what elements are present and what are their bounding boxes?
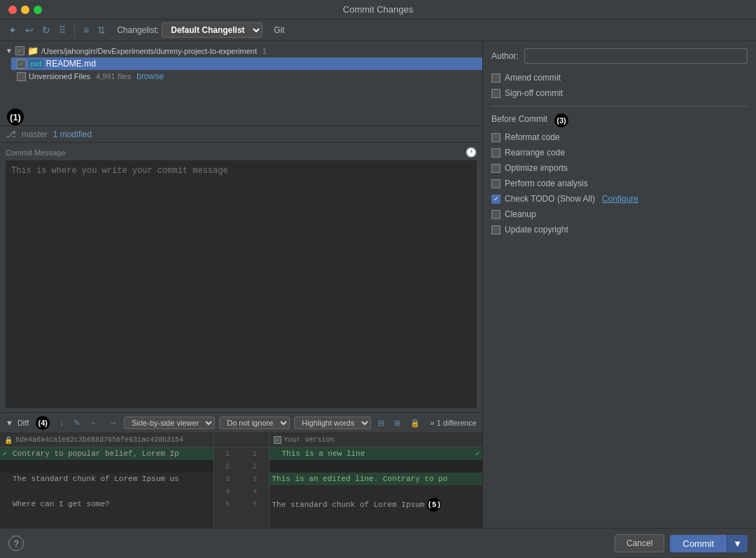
vcs-icon[interactable]: ⠿ xyxy=(56,23,69,37)
diff-collapse-icon[interactable]: ▼ xyxy=(6,419,13,427)
diff-left-line-5: Where can I get some? xyxy=(0,498,214,510)
diff-right-line-5: The standard chunk of Lorem Ipsum (5) xyxy=(270,498,483,512)
history-icon[interactable]: 🕐 xyxy=(465,147,477,158)
gutter-row-4: 4 4 xyxy=(214,485,269,498)
gutter-left-4: 4 xyxy=(220,488,235,496)
diff-right-line-3: This is an edited line. Contrary to po xyxy=(270,473,483,485)
main-content: ▼ ✓ 📁 /Users/jahongirr/DevExperiments/du… xyxy=(0,41,756,528)
diff-left-icon[interactable]: ← xyxy=(88,417,102,429)
collapse-icon[interactable]: ⇅ xyxy=(94,23,108,37)
diff-down-icon[interactable]: ↓ xyxy=(57,417,66,429)
cleanup-row: Cleanup xyxy=(491,209,748,220)
gutter-right-1: 1 xyxy=(247,450,262,458)
update-copyright-checkbox[interactable] xyxy=(491,225,500,235)
right-checkbox[interactable]: ✓ xyxy=(274,436,281,444)
diff-content: 🔒 6de4a6a4ca1e82c3b688d7656fe931ac420b31… xyxy=(0,433,482,528)
unversioned-label: Unversioned Files xyxy=(29,72,90,81)
commit-message-section: Commit Message 🕐 xyxy=(0,143,482,412)
readme-row[interactable]: ✓ md README.md xyxy=(11,57,482,70)
diff-right-icon[interactable]: → xyxy=(106,417,120,429)
browse-link[interactable]: browse xyxy=(136,71,164,81)
md-icon: md xyxy=(29,60,43,68)
diff-right-side: ✓ Your version This is a new line ✓ This… xyxy=(270,433,483,528)
gutter-right-3: 3 xyxy=(247,475,262,483)
diff-settings-icon[interactable]: ⊟ xyxy=(375,417,387,429)
diff-left-line-3: The standard chunk of Lorem Ipsum us xyxy=(0,473,214,485)
ignore-select[interactable]: Do not ignore xyxy=(219,417,290,429)
diff-lock-icon[interactable]: 🔒 xyxy=(407,417,423,429)
annotation-badge-5: (5) xyxy=(427,498,441,512)
update-copyright-label: Update copyright xyxy=(505,225,568,235)
commit-message-header: Commit Message 🕐 xyxy=(6,147,477,158)
commit-button[interactable]: Commit xyxy=(670,535,727,552)
reformat-checkbox[interactable] xyxy=(491,133,500,142)
root-tree-row[interactable]: ▼ ✓ 📁 /Users/jahongirr/DevExperiments/du… xyxy=(0,44,482,57)
diff-right-text-1: This is a new line xyxy=(282,449,365,458)
optimize-checkbox[interactable] xyxy=(491,164,500,173)
check-todo-label: Check TODO (Show All) xyxy=(505,194,595,204)
root-checkbox[interactable]: ✓ xyxy=(15,46,24,55)
close-button[interactable] xyxy=(8,6,17,14)
diff-left-text-3: The standard chunk of Lorem Ipsum us xyxy=(13,475,179,483)
check-todo-row: ✓ Check TODO (Show All) Configure xyxy=(491,193,748,204)
optimize-label: Optimize imports xyxy=(505,163,568,173)
annotation-badge-3: (3) xyxy=(554,113,568,127)
author-input[interactable] xyxy=(524,48,748,64)
gutter-left-1: 1 xyxy=(220,450,235,458)
diff-right-filename: Your version xyxy=(284,436,335,444)
git-label: Git xyxy=(274,25,284,35)
diff-mid-gutter: 1 1 2 2 3 3 4 4 xyxy=(214,433,270,528)
diff-right-line-1: This is a new line ✓ xyxy=(270,447,483,460)
cleanup-checkbox[interactable] xyxy=(491,210,500,219)
pin-icon[interactable]: ✦ xyxy=(6,23,20,37)
window-title: Commit Changes xyxy=(343,4,413,15)
gutter-row-1: 1 1 xyxy=(214,447,269,460)
root-path: /Users/jahongirr/DevExperiments/dummy-pr… xyxy=(41,47,257,55)
rearrange-checkbox[interactable] xyxy=(491,148,500,158)
changelist-select[interactable]: Default Changelist xyxy=(162,22,262,38)
viewer-select[interactable]: Side-by-side viewer xyxy=(124,417,215,429)
refresh-icon[interactable]: ↻ xyxy=(39,23,53,37)
maximize-button[interactable] xyxy=(34,6,42,14)
diff-edit-icon[interactable]: ✎ xyxy=(71,417,83,429)
divider-1 xyxy=(491,106,748,106)
diff-right-text-5: The standard chunk of Lorem Ipsum xyxy=(272,501,425,509)
diff-left-side: 🔒 6de4a6a4ca1e82c3b688d7656fe931ac420b31… xyxy=(0,433,214,528)
diff-header: ▼ Diff (4) ↓ ✎ ← → Side-by-side viewer D… xyxy=(0,413,482,433)
diff-left-line-1: ✓ Contrary to popular belief, Lorem Ip xyxy=(0,447,214,460)
expand-icon[interactable]: ≡ xyxy=(80,23,92,37)
reformat-label: Reformat code xyxy=(505,132,560,142)
author-label: Author: xyxy=(491,51,519,61)
sign-off-checkbox[interactable] xyxy=(491,89,500,98)
file-tree: ▼ ✓ 📁 /Users/jahongirr/DevExperiments/du… xyxy=(0,41,482,125)
amend-commit-checkbox[interactable] xyxy=(491,74,500,83)
unversioned-row[interactable]: Unversioned Files 4,991 files browse xyxy=(11,70,482,83)
readme-checkbox[interactable]: ✓ xyxy=(17,60,26,69)
undo-icon[interactable]: ↩ xyxy=(22,23,36,37)
branch-name: master xyxy=(22,130,48,139)
check-todo-checkbox[interactable]: ✓ xyxy=(491,195,500,204)
diff-count: » 1 difference xyxy=(430,419,477,427)
amend-commit-label: Amend commit xyxy=(505,73,561,83)
commit-dropdown-arrow[interactable]: ▼ xyxy=(727,535,748,552)
diff-left-header: 🔒 6de4a6a4ca1e82c3b688d7656fe931ac420b31… xyxy=(0,433,214,447)
help-button[interactable]: ? xyxy=(8,536,24,551)
added-check: ✓ xyxy=(475,449,479,458)
minimize-button[interactable] xyxy=(21,6,29,14)
commit-message-input[interactable] xyxy=(6,160,477,408)
separator xyxy=(74,24,75,36)
highlight-select[interactable]: Highlight words xyxy=(294,417,371,429)
configure-link[interactable]: Configure xyxy=(602,194,638,204)
unversioned-checkbox[interactable] xyxy=(17,72,26,81)
commit-button-group: Commit ▼ xyxy=(670,535,748,552)
cancel-button[interactable]: Cancel xyxy=(615,534,664,552)
folder-icon: 📁 xyxy=(27,46,38,56)
toolbar: ✦ ↩ ↻ ⠿ ≡ ⇅ Changelist: Default Changeli… xyxy=(0,20,756,41)
rearrange-label: Rearrange code xyxy=(505,148,565,158)
lock-icon-left: 🔒 xyxy=(4,436,13,445)
optimize-row: Optimize imports xyxy=(491,162,748,174)
annotation-badge-1: (1) xyxy=(7,109,24,125)
code-analysis-checkbox[interactable] xyxy=(491,179,500,188)
diff-columns-icon[interactable]: ⊞ xyxy=(391,417,403,429)
annotation-1: (1) xyxy=(4,109,27,125)
